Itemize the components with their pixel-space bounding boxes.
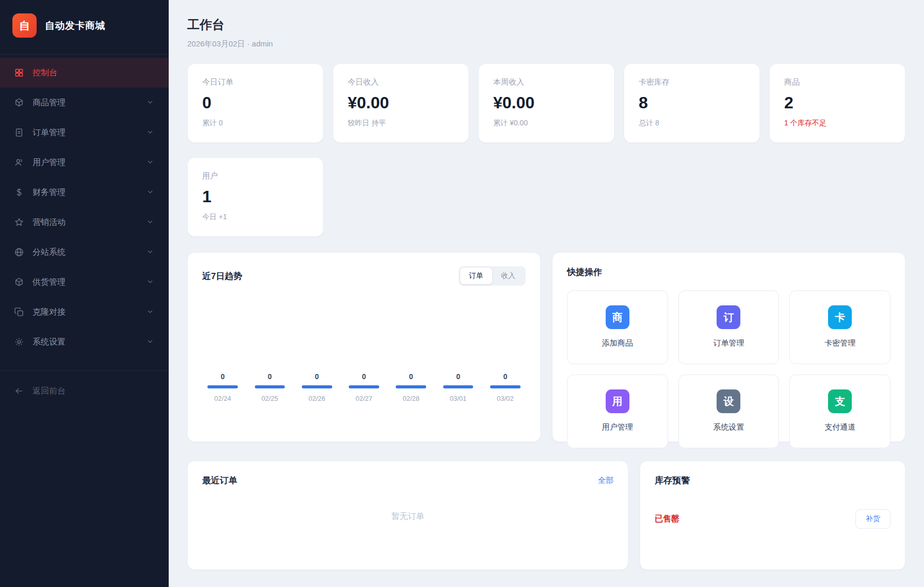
x-tick-label: 03/01 bbox=[437, 395, 478, 402]
chevron-down-icon bbox=[146, 158, 155, 167]
quick-action-label: 系统设置 bbox=[679, 422, 779, 432]
bar bbox=[302, 385, 332, 388]
quick-action-add-product[interactable]: 商 添加商品 bbox=[567, 290, 668, 364]
recent-orders-header: 最近订单 全部 bbox=[202, 475, 613, 486]
app-title: 自动发卡商城 bbox=[45, 19, 105, 32]
settings-badge-icon: 设 bbox=[717, 389, 740, 413]
chevron-down-icon bbox=[146, 188, 155, 197]
bottom-section: 最近订单 全部 暂无订单 库存预警 已售罄 补货 bbox=[187, 461, 905, 570]
x-tick-label: 02/25 bbox=[249, 395, 290, 402]
sidebar-item-products[interactable]: 商品管理 bbox=[0, 88, 169, 118]
cube-icon bbox=[13, 276, 25, 288]
stat-card-users: 用户 1 今日 +1 bbox=[187, 157, 323, 237]
chevron-down-icon bbox=[146, 278, 155, 287]
stat-value: ¥0.00 bbox=[348, 93, 454, 112]
tab-orders[interactable]: 订单 bbox=[460, 268, 492, 284]
stat-value: 2 bbox=[784, 93, 890, 112]
sidebar-item-clone[interactable]: 克隆对接 bbox=[0, 297, 169, 327]
chevron-down-icon bbox=[146, 337, 155, 347]
sidebar-item-label: 订单管理 bbox=[33, 127, 138, 138]
product-badge-icon: 商 bbox=[606, 305, 629, 329]
bar-value-label: 0 bbox=[485, 372, 526, 381]
quick-action-system-settings[interactable]: 设 系统设置 bbox=[678, 374, 780, 448]
x-tick-label: 02/26 bbox=[297, 395, 337, 402]
sidebar-item-label: 供货管理 bbox=[33, 277, 138, 288]
bar bbox=[255, 385, 285, 388]
chart-column: 0 03/01 bbox=[437, 372, 478, 402]
chart-column: 0 02/24 bbox=[202, 372, 243, 402]
sidebar-item-users[interactable]: 用户管理 bbox=[0, 148, 169, 177]
stat-sub: 较昨日 持平 bbox=[348, 119, 454, 128]
star-icon bbox=[13, 217, 25, 228]
bar-value-label: 0 bbox=[344, 372, 384, 381]
x-tick-label: 03/02 bbox=[485, 395, 526, 402]
stat-label: 卡密库存 bbox=[639, 77, 745, 87]
stock-alert-row: 已售罄 补货 bbox=[655, 509, 890, 529]
stat-sub-low-stock-warning: 1 个库存不足 bbox=[784, 119, 890, 128]
sidebar-item-label: 商品管理 bbox=[33, 97, 138, 108]
chart-column: 0 02/27 bbox=[344, 372, 384, 402]
bar-value-label: 0 bbox=[297, 372, 337, 381]
sidebar-item-label: 系统设置 bbox=[33, 337, 138, 348]
dashboard-grid-icon bbox=[13, 67, 25, 78]
sidebar-item-dashboard[interactable]: 控制台 bbox=[0, 58, 169, 88]
stock-alert-card: 库存预警 已售罄 补货 bbox=[640, 461, 905, 570]
sold-out-status: 已售罄 bbox=[655, 514, 679, 525]
app-logo: 自 bbox=[12, 13, 37, 38]
quick-action-label: 用户管理 bbox=[568, 422, 668, 432]
sidebar-item-label: 克隆对接 bbox=[33, 307, 138, 318]
sidebar-item-settings[interactable]: 系统设置 bbox=[0, 327, 169, 357]
chevron-down-icon bbox=[146, 248, 155, 257]
sidebar-item-label: 控制台 bbox=[33, 68, 155, 78]
users-icon bbox=[13, 157, 25, 168]
sidebar-item-subsites[interactable]: 分站系统 bbox=[0, 237, 169, 267]
bar-chart: 0 02/24 0 02/25 0 02/26 0 02/27 bbox=[202, 372, 526, 428]
quick-actions-title: 快捷操作 bbox=[567, 266, 890, 278]
sidebar-item-finance[interactable]: 财务管理 bbox=[0, 177, 169, 207]
arrow-left-icon bbox=[13, 385, 25, 397]
quick-action-card-management[interactable]: 卡 卡密管理 bbox=[789, 290, 890, 364]
middle-section: 近7日趋势 订单 收入 0 02/24 0 02/25 0 bbox=[187, 252, 905, 442]
sidebar-item-orders[interactable]: 订单管理 bbox=[0, 118, 169, 148]
bar bbox=[443, 385, 474, 388]
view-all-link[interactable]: 全部 bbox=[598, 476, 613, 485]
stats-row-1: 今日订单 0 累计 0 今日收入 ¥0.00 较昨日 持平 本周收入 ¥0.00… bbox=[187, 63, 905, 143]
gear-icon bbox=[13, 336, 25, 348]
stat-value: 8 bbox=[639, 93, 745, 112]
stat-label: 今日收入 bbox=[348, 77, 454, 87]
empty-orders-text: 暂无订单 bbox=[202, 486, 613, 522]
stat-sub: 总计 8 bbox=[639, 119, 745, 128]
tab-revenue[interactable]: 收入 bbox=[492, 268, 524, 284]
quick-action-label: 订单管理 bbox=[679, 338, 779, 348]
chevron-down-icon bbox=[146, 218, 155, 227]
stat-card-card-stock: 卡密库存 8 总计 8 bbox=[624, 63, 760, 143]
sidebar-item-label: 财务管理 bbox=[33, 187, 138, 198]
sidebar-item-supply[interactable]: 供货管理 bbox=[0, 267, 169, 297]
stat-sub: 累计 ¥0.00 bbox=[493, 119, 599, 128]
page-title: 工作台 bbox=[187, 17, 905, 33]
trend-tab-switcher: 订单 收入 bbox=[459, 266, 526, 286]
bar bbox=[490, 385, 521, 388]
stat-sub: 今日 +1 bbox=[202, 213, 309, 222]
chevron-down-icon bbox=[146, 98, 155, 107]
sidebar-menu: 控制台 商品管理 订单管理 bbox=[0, 58, 169, 357]
back-to-frontend-link[interactable]: 返回前台 bbox=[0, 376, 169, 406]
chevron-down-icon bbox=[146, 307, 155, 317]
sidebar-item-marketing[interactable]: 营销活动 bbox=[0, 207, 169, 237]
quick-action-user-management[interactable]: 用 用户管理 bbox=[567, 374, 668, 448]
quick-action-order-management[interactable]: 订 订单管理 bbox=[678, 290, 780, 364]
sidebar-item-label: 用户管理 bbox=[33, 157, 138, 168]
stat-card-today-revenue: 今日收入 ¥0.00 较昨日 持平 bbox=[333, 63, 469, 143]
x-tick-label: 02/27 bbox=[344, 395, 384, 402]
dollar-icon bbox=[13, 187, 25, 198]
restock-button[interactable]: 补货 bbox=[855, 509, 890, 529]
quick-action-payment-channels[interactable]: 支 支付通道 bbox=[789, 374, 890, 448]
bar-value-label: 0 bbox=[249, 372, 290, 381]
x-tick-label: 02/28 bbox=[391, 395, 431, 402]
trend-chart-card: 近7日趋势 订单 收入 0 02/24 0 02/25 0 bbox=[187, 252, 541, 442]
chart-column: 0 02/28 bbox=[391, 372, 431, 402]
recent-orders-title: 最近订单 bbox=[202, 475, 237, 486]
stat-value: ¥0.00 bbox=[493, 93, 599, 112]
cube-icon bbox=[13, 97, 25, 108]
main-content: 工作台 2026年03月02日 · admin 今日订单 0 累计 0 今日收入… bbox=[169, 0, 924, 587]
